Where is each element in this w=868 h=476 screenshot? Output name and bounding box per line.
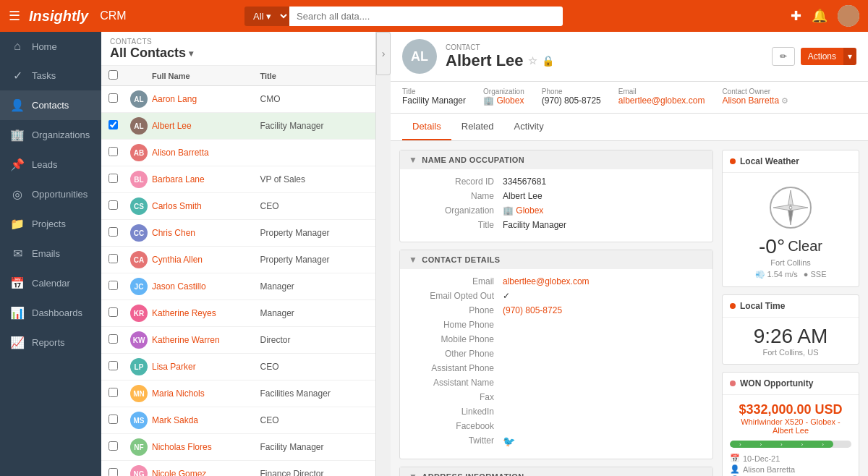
search-filter-select[interactable]: All ▾ xyxy=(244,7,289,26)
star-icon[interactable]: ☆ xyxy=(528,55,537,67)
org-link[interactable]: 🏢 Globex xyxy=(483,95,524,106)
table-row[interactable]: MN Maria Nichols Facilities Manager xyxy=(101,381,375,407)
notifications-icon[interactable]: 🔔 xyxy=(812,8,827,24)
tab-details[interactable]: Details xyxy=(402,114,451,140)
table-row[interactable]: MS Mark Sakda CEO xyxy=(101,407,375,434)
table-row[interactable]: CS Carlos Smith CEO xyxy=(101,193,375,220)
sidebar-item-dashboards[interactable]: 📊 Dashboards xyxy=(0,298,101,328)
weather-temp: -0° xyxy=(759,235,785,258)
row-checkbox[interactable] xyxy=(109,361,118,370)
contact-name-cell[interactable]: Chris Chen xyxy=(152,228,260,238)
meta-email: Email albertlee@globex.com xyxy=(618,88,705,106)
collapse-contact-icon[interactable]: ▼ xyxy=(409,255,417,265)
email-field-link[interactable]: albertlee@globex.com xyxy=(503,276,590,286)
phone-field-link[interactable]: (970) 805-8725 xyxy=(503,305,562,315)
contact-title-cell: Manager xyxy=(260,281,369,292)
row-checkbox[interactable] xyxy=(109,227,118,237)
contact-name-cell[interactable]: Cynthia Allen xyxy=(152,255,260,265)
row-checkbox[interactable] xyxy=(109,388,118,397)
contact-name-cell[interactable]: Mark Sakda xyxy=(152,415,260,425)
tab-related[interactable]: Related xyxy=(451,114,504,140)
table-row[interactable]: NG Nicole Gomez Finance Director xyxy=(101,461,375,476)
collapse-icon[interactable]: ▼ xyxy=(409,155,417,165)
hamburger-icon[interactable]: ☰ xyxy=(9,8,20,24)
table-row[interactable]: CC Chris Chen Property Manager xyxy=(101,220,375,247)
table-row[interactable]: CA Cynthia Allen Property Manager xyxy=(101,247,375,273)
contact-name-cell[interactable]: Lisa Parker xyxy=(152,362,260,372)
row-checkbox[interactable] xyxy=(109,415,118,424)
row-checkbox[interactable] xyxy=(109,307,118,317)
contact-title-cell: CEO xyxy=(260,415,369,425)
collapse-address-icon[interactable]: ▼ xyxy=(409,472,417,476)
sidebar-item-organizations[interactable]: 🏢 Organizations xyxy=(0,120,101,150)
actions-button[interactable]: Actions xyxy=(801,48,843,65)
table-row[interactable]: AL Albert Lee Facility Manager xyxy=(101,113,375,140)
contacts-title-caret[interactable]: ▾ xyxy=(189,48,193,59)
table-row[interactable]: AB Alison Barretta xyxy=(101,140,375,166)
search-input[interactable] xyxy=(289,7,563,26)
avatar: LP xyxy=(130,358,148,375)
edit-button[interactable]: ✏ xyxy=(772,47,795,66)
table-row[interactable]: NF Nicholas Flores Facility Manager xyxy=(101,434,375,461)
user-avatar[interactable] xyxy=(838,5,859,27)
table-row[interactable]: AL Aaron Lang CMO xyxy=(101,86,375,113)
table-row[interactable]: BL Barbara Lane VP of Sales xyxy=(101,166,375,193)
contact-name-cell[interactable]: Katherine Reyes xyxy=(152,308,260,318)
row-checkbox[interactable] xyxy=(109,334,118,344)
sidebar-item-emails[interactable]: ✉ Emails xyxy=(0,239,101,268)
row-checkbox[interactable] xyxy=(109,174,118,183)
row-checkbox[interactable] xyxy=(109,200,118,210)
meta-org-label: Organization xyxy=(483,88,524,95)
contact-name-cell[interactable]: Jason Castillo xyxy=(152,281,260,292)
table-row[interactable]: KW Katherine Warren Director xyxy=(101,327,375,354)
contact-name-cell[interactable]: Alison Barretta xyxy=(152,148,260,158)
contact-title-cell: Director xyxy=(260,335,369,345)
email-link[interactable]: albertlee@globex.com xyxy=(618,95,705,106)
field-title: Title Facility Manager xyxy=(409,220,704,230)
contact-name-cell[interactable]: Carlos Smith xyxy=(152,201,260,211)
owner-link[interactable]: Alison Barretta xyxy=(722,95,779,106)
tasks-icon: ✓ xyxy=(10,69,25,82)
owner-settings-icon[interactable]: ⚙ xyxy=(781,96,788,105)
row-checkbox[interactable] xyxy=(109,254,118,263)
field-organization: Organization 🏢 Globex xyxy=(409,205,704,216)
contact-name-cell[interactable]: Nicholas Flores xyxy=(152,442,260,452)
row-checkbox[interactable] xyxy=(109,147,118,156)
actions-dropdown-button[interactable]: ▾ xyxy=(843,48,856,65)
org-field-link[interactable]: 🏢 Globex xyxy=(503,205,543,216)
contact-name-cell[interactable]: Maria Nichols xyxy=(152,388,260,399)
contacts-icon: 👤 xyxy=(10,98,25,112)
sidebar-item-reports[interactable]: 📈 Reports xyxy=(0,328,101,357)
table-row[interactable]: KR Katherine Reyes Manager xyxy=(101,300,375,327)
expand-panel-button[interactable]: › xyxy=(376,32,391,75)
sidebar-item-home[interactable]: ⌂ Home xyxy=(0,32,101,61)
contact-name-cell[interactable]: Albert Lee xyxy=(152,121,260,131)
add-icon[interactable]: ✚ xyxy=(791,8,801,24)
field-twitter: Twitter 🐦 xyxy=(409,435,704,447)
sidebar-item-contacts[interactable]: 👤 Contacts xyxy=(0,90,101,120)
row-checkbox[interactable] xyxy=(109,120,118,129)
table-row[interactable]: LP Lisa Parker CEO xyxy=(101,354,375,381)
sidebar-label-organizations: Organizations xyxy=(32,129,90,140)
field-mobile-phone: Mobile Phone xyxy=(409,334,704,344)
sidebar-item-opportunities[interactable]: ◎ Opportunities xyxy=(0,179,101,209)
contact-name-cell[interactable]: Katherine Warren xyxy=(152,335,260,345)
contact-name-cell[interactable]: Nicole Gomez xyxy=(152,469,260,476)
sidebar-item-tasks[interactable]: ✓ Tasks xyxy=(0,61,101,90)
row-checkbox[interactable] xyxy=(109,281,118,290)
sidebar-item-leads[interactable]: 📌 Leads xyxy=(0,150,101,179)
lock-icon[interactable]: 🔒 xyxy=(542,55,554,67)
contact-name-cell[interactable]: Aaron Lang xyxy=(152,94,260,104)
row-checkbox[interactable] xyxy=(109,441,118,451)
tab-activity[interactable]: Activity xyxy=(504,114,554,140)
weather-widget: Local Weather xyxy=(722,150,859,287)
sidebar-item-projects[interactable]: 📁 Projects xyxy=(0,209,101,239)
row-checkbox[interactable] xyxy=(109,93,118,103)
table-row[interactable]: JC Jason Castillo Manager xyxy=(101,273,375,300)
select-all-checkbox[interactable] xyxy=(109,70,118,80)
row-checkbox[interactable] xyxy=(109,468,118,476)
sidebar-item-calendar[interactable]: 📅 Calendar xyxy=(0,268,101,298)
contact-title-cell: Finance Director xyxy=(260,469,369,476)
won-link[interactable]: Whirlwinder X520 - Globex - Albert Lee xyxy=(741,417,841,435)
contact-name-cell[interactable]: Barbara Lane xyxy=(152,174,260,184)
